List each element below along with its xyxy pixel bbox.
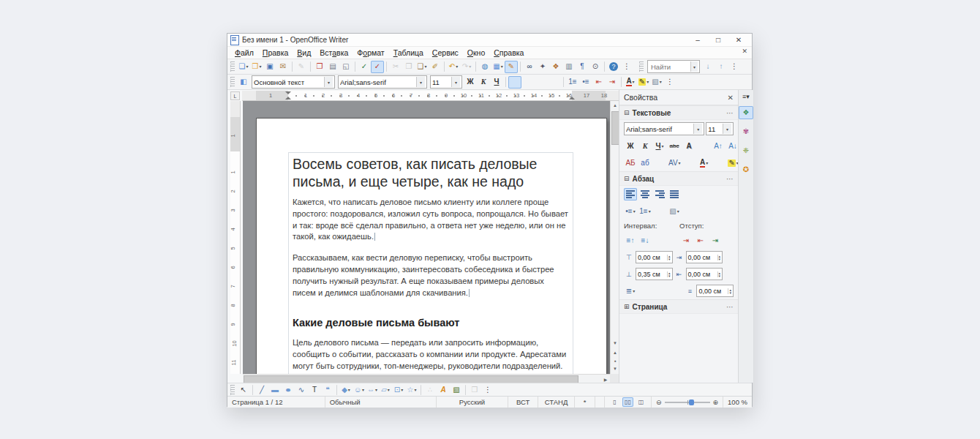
text-boundary[interactable]: Восемь советов, как писать деловые письм… (288, 152, 573, 374)
find-combobox[interactable]: ▾ (647, 60, 700, 73)
bullet-list-button[interactable]: •≡ ▾ (579, 76, 592, 89)
background-color-button[interactable]: ▧ ▾ (650, 76, 663, 89)
menu-file[interactable]: Файл (230, 48, 258, 58)
document-paragraph[interactable]: Кажется, что написать деловое письмо кли… (293, 197, 569, 243)
zoom-level[interactable]: 100 % (723, 397, 752, 408)
menu-help[interactable]: Справка (489, 48, 528, 58)
stars-button[interactable]: ☆ ▾ (405, 383, 418, 396)
sb-bullet-list-button[interactable]: •≡ ▾ (624, 205, 637, 217)
sidebar-close-icon[interactable]: ✕ (728, 94, 734, 102)
sb-decrease-indent-button[interactable]: ⇤ (694, 234, 707, 247)
gallery-button[interactable]: ❖ ▾ (549, 61, 562, 73)
find-next-button[interactable]: ↓ (701, 61, 715, 73)
vertical-scrollbar[interactable]: ▲ ▼ ▲ ● ▼ (610, 101, 619, 374)
menu-insert[interactable]: Вставка (315, 48, 353, 58)
document-canvas[interactable]: Восемь советов, как писать деловые письм… (243, 101, 610, 374)
toolbar-grip[interactable] (230, 385, 235, 395)
sb-font-color-button[interactable]: А ▾ (698, 157, 711, 169)
chevron-down-icon[interactable]: ▾ (324, 77, 333, 87)
view-single-page-button[interactable]: ▯ (609, 397, 620, 407)
font-name-combobox[interactable]: Arial;sans-serif ▾ (338, 75, 427, 89)
vertical-ruler[interactable]: 1 123456789101112 (230, 101, 241, 374)
find-input[interactable] (649, 61, 689, 72)
sb-increase-indent-button[interactable]: ⇥ (679, 234, 693, 247)
sb-increase-spacing-button[interactable]: ≡↑ (624, 234, 637, 247)
underline-button[interactable]: Ч ▾ (490, 76, 503, 89)
expand-icon[interactable]: ⊞ (624, 303, 630, 310)
basic-shapes-button[interactable]: ◆ ▾ (339, 383, 353, 396)
export-pdf-button[interactable]: ❐ ▾ (313, 61, 326, 73)
find-previous-button[interactable]: ↑ (715, 61, 728, 73)
horizontal-ruler[interactable]: 1 123456789101112131415161718 (242, 91, 619, 101)
left-indent-marker[interactable] (285, 97, 291, 100)
zoom-out-icon[interactable]: ⊖ (656, 399, 662, 406)
formatting-overflow-button[interactable]: ⋮ ▾ (663, 76, 676, 89)
view-book-button[interactable]: ◫ (636, 397, 647, 407)
text-box-button[interactable]: T ▾ (308, 383, 321, 396)
document-page[interactable]: Восемь советов, как писать деловые письм… (256, 118, 607, 374)
redo-button[interactable]: ↷ ▾ (460, 61, 473, 73)
nonprinting-characters-button[interactable]: ¶ ▾ (576, 61, 589, 73)
sb-shadow-button[interactable]: A ▾ (682, 140, 696, 152)
chevron-down-icon[interactable]: ▾ (723, 124, 731, 134)
extrusion-button[interactable]: ❒ ▾ (468, 383, 481, 396)
insert-mode-indicator[interactable]: ВСТ (508, 397, 538, 408)
sidebar-font-name-combobox[interactable]: Arial;sans-serif ▾ (624, 122, 704, 135)
section-text[interactable]: ⊟ Текстовые ⋯ (619, 105, 738, 120)
edit-points-button[interactable]: ∴ ▾ (423, 383, 437, 396)
collapse-icon[interactable]: ⊟ (624, 175, 630, 182)
section-page[interactable]: ⊞ Страница ⋯ (619, 299, 738, 314)
toolbar-grip[interactable] (230, 77, 235, 87)
find-toolbar-grip[interactable] (639, 61, 644, 72)
standard-overflow-button[interactable]: ⋮ ▾ (620, 61, 633, 73)
section-paragraph[interactable]: ⊟ Абзац ⋯ (619, 171, 738, 186)
zoom-slider[interactable] (665, 402, 710, 403)
from-file-button[interactable]: ▧ ▾ (450, 383, 463, 396)
find-replace-button[interactable]: ∞ ▾ (523, 61, 536, 73)
decrease-indent-button[interactable]: ⇤ ▾ (592, 76, 606, 89)
chevron-down-icon[interactable]: ▾ (693, 124, 702, 134)
spellcheck-button[interactable]: ✓ ▾ (358, 61, 371, 73)
sb-lowercase-button[interactable]: аб ▾ (638, 157, 652, 169)
flowchart-button[interactable]: ▱ ▾ (379, 383, 392, 396)
freeform-line-button[interactable]: ∿ ▾ (295, 383, 308, 396)
sb-paragraph-background-button[interactable]: ▧ ▾ (668, 205, 681, 217)
sb-align-justify-button[interactable] (668, 188, 681, 200)
autospellcheck-button[interactable]: ✓ ▾ (371, 61, 384, 73)
cut-button[interactable]: ✂ ▾ (389, 61, 402, 73)
callout-button[interactable]: ❝ ▾ (321, 383, 334, 396)
menu-table[interactable]: Таблица (389, 48, 428, 58)
menu-tools[interactable]: Сервис (428, 48, 463, 58)
draw-functions-button[interactable]: ✎ ▾ (505, 61, 518, 73)
paragraph-style-combobox[interactable]: Основной текст ▾ (252, 75, 335, 89)
hyperlink-button[interactable]: ◍ ▾ (478, 61, 491, 73)
undo-button[interactable]: ↶ ▾ (447, 61, 460, 73)
sb-increase-font-button[interactable]: A↑ ▾ (712, 140, 725, 152)
save-button[interactable]: ▣ ▾ (263, 61, 276, 73)
increase-indent-button[interactable]: ⇥ ▾ (606, 76, 619, 89)
help-button[interactable]: ? ▾ (607, 61, 620, 73)
table-button[interactable]: ▦ ▾ (491, 61, 505, 73)
find-overflow-button[interactable]: ⋮ (728, 61, 741, 73)
find-dropdown-icon[interactable]: ▾ (690, 61, 698, 72)
ellipse-button[interactable]: ● ▾ (282, 383, 295, 396)
format-paintbrush-button[interactable]: ✐ ▾ (429, 61, 442, 73)
zoom-button[interactable]: ⊙ ▾ (589, 61, 602, 73)
sidebar-tab-gallery[interactable]: ❈ (739, 144, 753, 157)
drawbar-overflow-button[interactable]: ⋮ ▾ (481, 383, 494, 396)
below-spacing-field[interactable]: 0,35 см▴▾ (636, 268, 673, 280)
right-indent-marker[interactable] (569, 97, 575, 100)
tab-stop-selector[interactable]: L (230, 91, 240, 100)
fontwork-button[interactable]: A ▾ (437, 383, 450, 396)
above-spacing-field[interactable]: 0,00 см▴▾ (636, 251, 673, 263)
bold-button[interactable]: Ж ▾ (464, 76, 477, 89)
sb-decrease-spacing-button[interactable]: ≡↓ (638, 234, 652, 247)
before-indent-field[interactable]: 0,00 см▴▾ (686, 251, 723, 263)
open-button[interactable]: ❒ ▾ (250, 61, 263, 73)
numbered-list-button[interactable]: 1≡ ▾ (566, 76, 579, 89)
page-preview-button[interactable]: ◱ ▾ (339, 61, 353, 73)
document-paragraph[interactable]: Рассказываем, как вести деловую переписк… (293, 252, 569, 299)
chevron-down-icon[interactable]: ▾ (416, 77, 425, 87)
first-line-indent-field[interactable]: 0,00 см▴▾ (696, 285, 734, 297)
sb-underline-button[interactable]: Ч ▾ (653, 140, 666, 152)
